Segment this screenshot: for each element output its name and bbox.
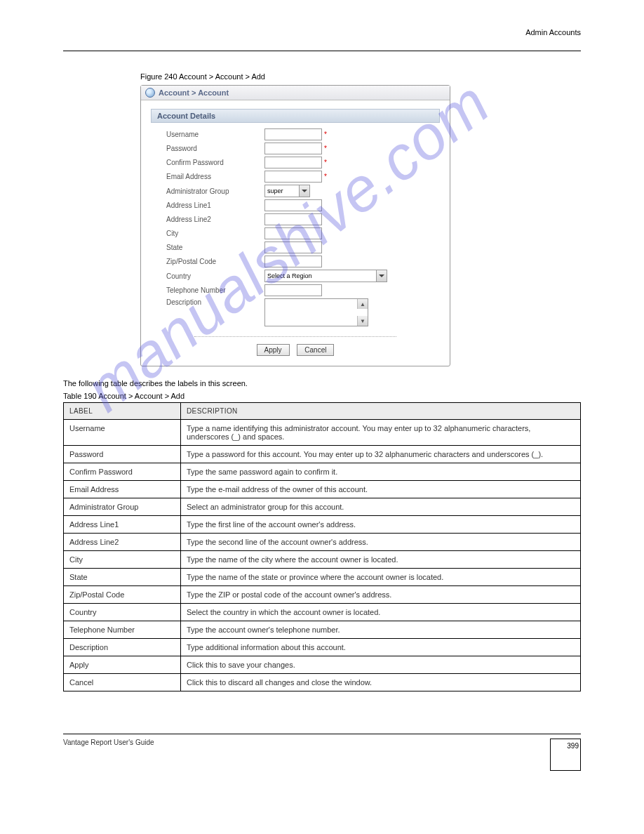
username-label: Username [166,131,264,138]
required-marker: * [324,131,327,138]
footer-text: Vantage Report User's Guide [63,739,154,746]
addr1-field[interactable] [264,199,322,211]
cell-label: Telephone Number [64,621,181,639]
cell-label: Apply [64,656,181,674]
cell-label: Zip/Postal Code [64,586,181,604]
cell-desc: Type the account owner's telephone numbe… [181,621,581,639]
table-row: ApplyClick this to save your changes. [64,656,581,674]
table-row: Zip/Postal CodeType the ZIP or postal co… [64,586,581,604]
username-field[interactable] [264,128,322,140]
password-label: Password [166,145,264,152]
confirm-password-field[interactable] [264,157,322,168]
table-row: PasswordType a password for this account… [64,446,581,463]
th-desc: DESCRIPTION [181,403,581,420]
scroll-down-icon[interactable]: ▼ [357,316,368,326]
addr1-label: Address Line1 [166,201,264,209]
cell-label: Country [64,604,181,621]
zip-field[interactable] [264,256,322,267]
addr2-field[interactable] [264,213,322,225]
apply-button[interactable]: Apply [257,344,290,356]
table-row: StateType the name of the state or provi… [64,569,581,586]
page-header: Admin Accounts [63,28,581,37]
divider [194,336,396,337]
footer: Vantage Report User's Guide 399 [63,734,581,771]
cell-label: Cancel [64,674,181,691]
breadcrumb: Account > Account [141,86,450,100]
table-row: CountrySelect the country in which the a… [64,604,581,621]
table-row: CityType the name of the city where the … [64,551,581,569]
cancel-button[interactable]: Cancel [297,344,334,356]
cell-desc: Click this to discard all changes and cl… [181,674,581,691]
admin-group-label: Administrator Group [166,187,264,195]
cell-desc: Click this to save your changes. [181,656,581,674]
table-title: Table 190 Account > Account > Add [63,392,581,400]
country-value: Select a Region [267,272,312,279]
cell-desc: Type the name of the state or province w… [181,569,581,586]
scroll-up-icon[interactable]: ▲ [357,299,368,309]
screenshot-panel: Account > Account Account Details Userna… [140,85,450,366]
city-label: City [166,230,264,237]
description-label: Description [166,298,264,306]
cell-desc: Select the country in which the account … [181,604,581,621]
state-label: State [166,244,264,251]
required-marker: * [324,173,327,180]
table-row: Administrator GroupSelect an administrat… [64,498,581,516]
zip-label: Zip/Postal Code [166,258,264,265]
figure-caption: Figure 240 Account > Account > Add [140,72,581,81]
description-textarea[interactable]: ▲ ▼ [264,298,368,326]
cell-desc: Type the same password again to confirm … [181,463,581,481]
admin-group-value: super [267,187,283,194]
addr2-label: Address Line2 [166,216,264,223]
confirm-password-label: Confirm Password [166,159,264,166]
cell-label: Address Line1 [64,516,181,534]
city-field[interactable] [264,227,322,239]
cell-label: Description [64,639,181,656]
cell-desc: Type a name identifying this administrat… [181,420,581,446]
cell-desc: Select an administrator group for this a… [181,498,581,516]
cell-label: Administrator Group [64,498,181,516]
cell-label: State [64,569,181,586]
email-field[interactable] [264,171,322,183]
country-label: Country [166,272,264,280]
required-marker: * [324,159,327,166]
chevron-down-icon [299,185,309,197]
cell-label: Email Address [64,481,181,498]
state-field[interactable] [264,241,322,253]
country-select[interactable]: Select a Region [264,270,387,282]
table-row: Confirm PasswordType the same password a… [64,463,581,481]
table-row: Address Line2Type the second line of the… [64,534,581,551]
table-row: Address Line1Type the first line of the … [64,516,581,534]
table-row: Telephone NumberType the account owner's… [64,621,581,639]
cell-desc: Type additional information about this a… [181,639,581,656]
section-header: Account Details [151,109,440,123]
breadcrumb-text: Account > Account [159,88,229,97]
description-table: LABEL DESCRIPTION UsernameType a name id… [63,402,581,691]
email-label: Email Address [166,173,264,180]
password-field[interactable] [264,143,322,154]
cell-desc: Type the name of the city where the acco… [181,551,581,569]
phone-field[interactable] [264,284,322,296]
th-label: LABEL [64,403,181,420]
table-caption-1: The following table describes the labels… [63,379,581,388]
globe-icon [145,88,155,98]
table-row: CancelClick this to discard all changes … [64,674,581,691]
cell-desc: Type a password for this account. You ma… [181,446,581,463]
page-number: 399 [550,739,581,771]
cell-desc: Type the ZIP or postal code of the accou… [181,586,581,604]
table-row: Email AddressType the e-mail address of … [64,481,581,498]
cell-label: City [64,551,181,569]
header-rule [63,51,581,51]
table-row: DescriptionType additional information a… [64,639,581,656]
chevron-down-icon [376,270,387,282]
cell-label: Username [64,420,181,446]
cell-label: Address Line2 [64,534,181,551]
cell-desc: Type the e-mail address of the owner of … [181,481,581,498]
cell-desc: Type the first line of the account owner… [181,516,581,534]
cell-label: Confirm Password [64,463,181,481]
admin-group-select[interactable]: super [264,185,310,197]
required-marker: * [324,145,327,152]
cell-desc: Type the second line of the account owne… [181,534,581,551]
table-row: UsernameType a name identifying this adm… [64,420,581,446]
cell-label: Password [64,446,181,463]
phone-label: Telephone Number [166,286,264,294]
